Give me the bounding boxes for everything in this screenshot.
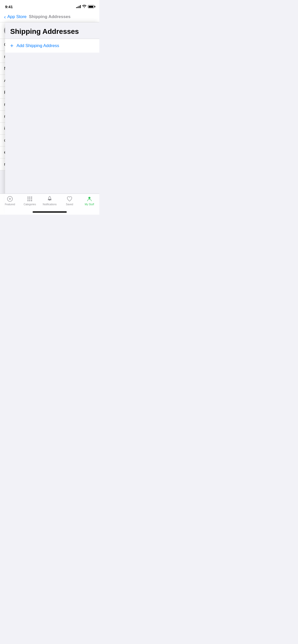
back-chevron-icon: ‹: [4, 14, 6, 19]
notifications-icon: [47, 196, 53, 202]
add-address-label: Add Shipping Address: [17, 43, 59, 48]
svg-rect-2: [29, 197, 30, 198]
status-bar: 9:41: [0, 0, 99, 11]
svg-rect-4: [28, 198, 29, 199]
back-button[interactable]: ‹ App Store: [4, 14, 26, 19]
svg-point-10: [88, 197, 90, 199]
featured-label: Featured: [5, 203, 15, 206]
svg-rect-7: [28, 200, 29, 201]
back-label: App Store: [7, 14, 27, 19]
saved-label: Saved: [66, 203, 73, 206]
battery-icon: [88, 5, 94, 8]
mystuff-icon: [86, 196, 92, 202]
svg-rect-1: [28, 197, 29, 198]
svg-rect-8: [29, 200, 30, 201]
signal-icon: [76, 5, 81, 8]
featured-icon: [7, 196, 13, 202]
status-icons: [76, 5, 94, 9]
categories-label: Categories: [24, 203, 36, 206]
nav-title-behind: Shipping Addresses: [29, 14, 71, 19]
panel-header: Shipping Addresses: [5, 22, 99, 39]
nav-bar-behind: ‹ App Store Shipping Addresses: [0, 11, 99, 22]
status-time: 9:41: [5, 5, 13, 9]
add-address-row[interactable]: + Add Shipping Address: [5, 39, 99, 53]
add-icon: +: [10, 43, 13, 49]
saved-icon: [66, 196, 73, 202]
home-indicator: [33, 211, 67, 213]
svg-rect-9: [31, 200, 32, 201]
tab-notifications[interactable]: Notifications: [40, 196, 60, 206]
wifi-icon: [82, 5, 86, 9]
svg-rect-6: [31, 198, 32, 199]
svg-rect-3: [31, 197, 32, 198]
tab-mystuff[interactable]: My Stuff: [79, 196, 99, 206]
notifications-label: Notifications: [43, 203, 57, 206]
shipping-addresses-panel: Shipping Addresses + Add Shipping Addres…: [5, 22, 99, 215]
panel-content: + Add Shipping Address: [5, 39, 99, 53]
mystuff-label: My Stuff: [85, 203, 94, 206]
tab-saved[interactable]: Saved: [60, 196, 79, 206]
svg-rect-5: [29, 198, 30, 199]
categories-icon: [27, 196, 33, 202]
tab-categories[interactable]: Categories: [20, 196, 40, 206]
panel-title: Shipping Addresses: [10, 27, 94, 36]
tab-featured[interactable]: Featured: [0, 196, 20, 206]
